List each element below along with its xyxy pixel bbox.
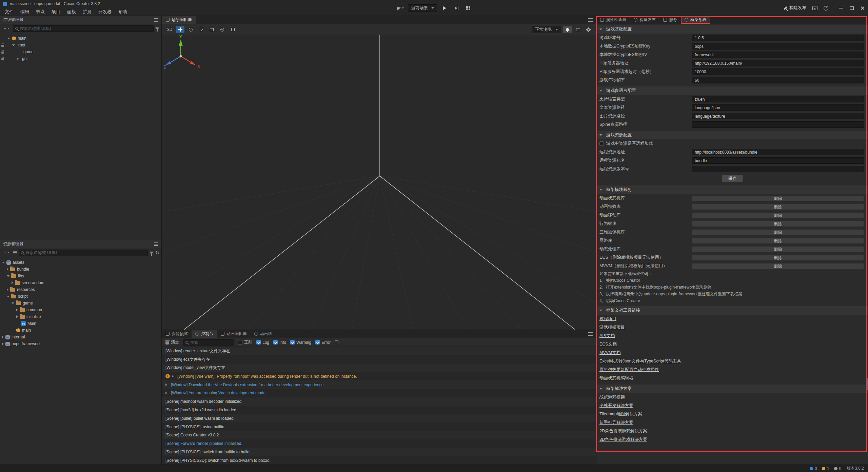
menu-item[interactable]: 编辑 [17, 7, 33, 16]
caret-right-icon[interactable] [16, 309, 18, 311]
delete-module-button[interactable]: 删除 [692, 255, 864, 261]
asset-node-internal[interactable]: internal [0, 334, 161, 340]
minimize-button[interactable] [839, 8, 843, 8]
status-count-warning[interactable]: 1 [822, 466, 829, 471]
menu-item[interactable]: 面板 [64, 7, 79, 16]
doc-link[interactable]: Excel格式转Json文件与TypeScript代码工具 [599, 358, 681, 364]
caret-right-icon[interactable] [7, 268, 8, 271]
doc-link[interactable]: 2D角色扮演游戏解决方案 [599, 428, 647, 434]
lighting-toggle-button[interactable] [563, 26, 572, 33]
rotate-tool-button[interactable] [186, 26, 195, 33]
doc-link[interactable]: 战旗游戏框架 [599, 394, 625, 400]
menu-item[interactable]: 帮助 [115, 7, 131, 16]
console-tab-3[interactable]: 动画图 [251, 330, 276, 338]
delete-module-button[interactable]: 删除 [692, 204, 864, 210]
filter-icon[interactable] [150, 252, 154, 254]
caret-down-icon[interactable] [2, 262, 5, 263]
caret-right-icon[interactable] [7, 288, 8, 291]
console-tab-1[interactable]: 控制台 [192, 330, 217, 338]
log-row[interactable]: [Window] Download the Vue Devtools exten… [162, 380, 596, 389]
expand-caret-icon[interactable] [165, 383, 167, 386]
delete-module-button[interactable]: 删除 [692, 263, 864, 269]
scene-settings-button[interactable] [584, 26, 593, 33]
console-tab-0[interactable]: 资源预览 [162, 330, 192, 338]
panel-menu-icon[interactable] [154, 244, 158, 244]
inspector-tab-1[interactable]: 构建发布 [630, 16, 659, 24]
prop-input[interactable] [692, 35, 864, 41]
hierarchy-node-game[interactable]: game [0, 48, 161, 55]
asset-node-oops-framework[interactable]: oops-framework [0, 340, 161, 347]
panel-menu-icon[interactable] [588, 20, 593, 20]
prop-input[interactable] [692, 77, 864, 83]
hierarchy-node-main[interactable]: main [0, 35, 161, 42]
lock-icon[interactable] [1, 52, 4, 54]
status-count-error[interactable]: 0 [834, 466, 842, 471]
create-node-button[interactable] [2, 25, 11, 32]
section-header[interactable]: 框架文档工具链接 [596, 306, 868, 315]
doc-link[interactable]: Tiledmap地图解决方案 [599, 411, 642, 417]
menu-item[interactable]: 开发者 [95, 7, 115, 16]
toggle-3d-button[interactable]: 3D [165, 26, 174, 33]
prop-input[interactable] [692, 104, 864, 111]
axis-gizmo[interactable]: Y X Z [162, 35, 203, 73]
delete-module-button[interactable]: 删除 [692, 229, 864, 235]
rect-tool-button[interactable] [208, 26, 216, 33]
delete-module-button[interactable]: 删除 [692, 246, 864, 252]
panel-menu-icon[interactable] [588, 334, 593, 334]
doc-link[interactable]: 原生包热更新配置自动生成插件 [599, 367, 659, 373]
asset-node-initialize[interactable]: initialize [0, 313, 161, 320]
pivot-tool-button[interactable] [218, 26, 226, 33]
caret-down-icon[interactable] [7, 296, 9, 297]
log-row[interactable]: [Window] You are running Vue in developm… [162, 389, 596, 397]
assets-search[interactable] [19, 250, 148, 256]
assets-search-input[interactable] [26, 250, 146, 255]
lock-icon[interactable] [1, 58, 4, 60]
scene-select[interactable]: 当前场景 [408, 4, 437, 12]
panel-menu-icon[interactable] [154, 20, 158, 20]
scale-tool-button[interactable] [197, 26, 205, 33]
scene-editor-tab[interactable]: 场景编辑器 [162, 16, 196, 24]
scene-viewport[interactable]: Y X Z [162, 35, 596, 330]
filter-log[interactable]: Log [256, 340, 269, 345]
asset-node-Main[interactable]: TSMain [0, 320, 161, 327]
asset-node-bundle[interactable]: bundle [0, 266, 161, 273]
prop-input[interactable] [692, 68, 864, 75]
filter-info[interactable]: Info [273, 340, 286, 345]
doc-link[interactable]: ECS文档 [599, 341, 617, 347]
console-search-input[interactable] [190, 340, 232, 345]
save-button[interactable]: 保存 [722, 175, 743, 182]
caret-right-icon[interactable] [2, 342, 4, 345]
doc-link[interactable]: 教程项目 [599, 316, 616, 322]
menu-item[interactable]: 文件 [1, 7, 17, 16]
log-row[interactable]: [Window] ecs文件夹存在 [162, 355, 596, 364]
menu-item[interactable]: 节点 [33, 7, 48, 16]
prop-input[interactable] [692, 157, 864, 164]
delete-module-button[interactable]: 删除 [692, 238, 864, 244]
camera-settings-button[interactable] [574, 26, 582, 33]
asset-node-common[interactable]: common [0, 307, 161, 313]
prop-input[interactable] [692, 60, 864, 66]
hierarchy-node-gui[interactable]: gui [0, 55, 161, 62]
filter-error[interactable]: Error [315, 340, 331, 345]
log-row[interactable]: [Window] [Vue warn]: Property "onInput" … [162, 372, 596, 380]
log-row[interactable]: [Scene] Forward render pipeline initiali… [162, 439, 596, 448]
caret-right-icon[interactable] [16, 315, 18, 318]
console-tab-2[interactable]: 动画编辑器 [217, 330, 251, 338]
section-header[interactable]: 游戏资源配置 [596, 131, 868, 139]
log-row[interactable]: [Scene] [box2d]:box2d wasm lib loaded. [162, 406, 596, 414]
section-header[interactable]: 游戏基础配置 [596, 25, 868, 34]
log-row[interactable]: [Window] render_texture文件夹存在 [162, 347, 596, 355]
layout-button[interactable] [463, 4, 472, 12]
move-tool-button[interactable] [176, 26, 184, 33]
prop-input[interactable] [692, 166, 864, 172]
doc-link[interactable]: 全栈开发解决方案 [599, 403, 633, 409]
lock-icon[interactable] [1, 45, 4, 47]
create-asset-button[interactable] [2, 250, 11, 256]
status-count-info[interactable]: 3 [810, 466, 817, 471]
caret-down-icon[interactable] [12, 302, 14, 304]
doc-link[interactable]: 3D角色扮演游戏解决方案 [599, 437, 647, 442]
prop-input[interactable] [692, 121, 864, 128]
hierarchy-node-root[interactable]: root [0, 42, 161, 48]
sort-icon[interactable] [13, 251, 17, 252]
build-publish-button[interactable]: 构建发布 [784, 5, 806, 11]
